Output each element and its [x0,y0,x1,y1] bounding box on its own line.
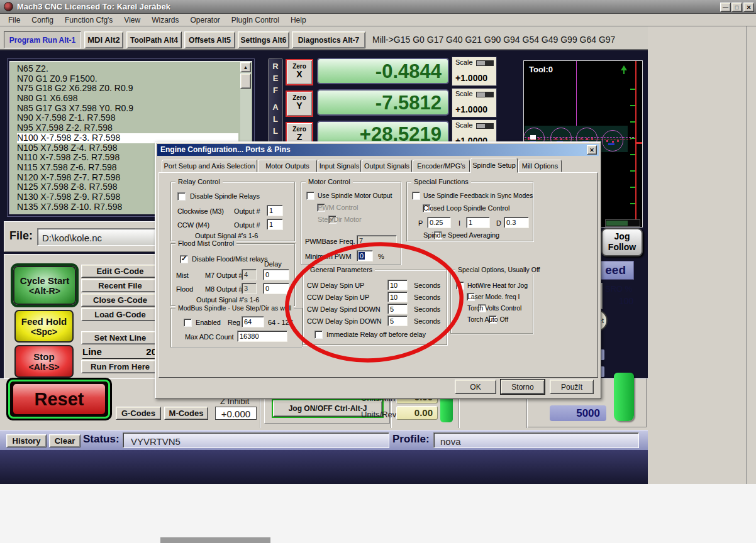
file-path-field[interactable]: D:\kod\kole.nc [37,228,155,246]
scale-slider[interactable] [476,123,494,129]
menu-operator[interactable]: Operator [185,16,226,25]
gcode-line[interactable]: N75 G18 G2 X6.298 Z0. R0.9 [17,84,238,94]
seconds-label: Seconds [414,317,440,326]
use-spindle-motor-output-checkbox[interactable] [306,192,314,200]
special-options-group: Special Options, Usually Off HotWire Hea… [450,270,533,334]
scroll-up-icon[interactable]: ▲ [240,62,251,72]
jog-scale-slider[interactable] [605,219,640,227]
dialog-tab-encoder-mpgs[interactable]: Encoder/MPG's [413,160,470,172]
recent-file-button[interactable]: Recent File [81,279,159,292]
relay-control-group: Relay Control Disable Spindle Relays Clo… [170,182,295,241]
reset-button[interactable]: Reset [13,384,105,414]
apply-button[interactable]: Použít [550,380,594,394]
cw-delay-up-field[interactable]: 10 [387,280,408,290]
mcodes-button[interactable]: M-Codes [164,407,208,420]
file-path-value: D:\kod\kole.nc [42,233,102,243]
dro-x-display[interactable]: -0.4844 [317,58,449,84]
dialog-tab-port-setup[interactable]: Port Setup and Axis Selection [162,160,257,172]
hotwire-checkbox[interactable] [456,282,464,290]
dialog-tab-input-signals[interactable]: Input Signals [318,160,361,172]
menu-plugin-control[interactable]: PlugIn Control [226,16,285,25]
dialog-tab-mill-options[interactable]: Mill Options [518,160,562,172]
load-gcode-label: Load G-Code [94,310,146,319]
ref-letter: L [269,126,282,138]
load-gcode-button[interactable]: Load G-Code [81,308,159,321]
clear-button[interactable]: Clear [49,434,81,447]
ccw-delay-up-field[interactable]: 10 [387,292,408,302]
stop-button[interactable]: Stop <Alt-S> [14,345,74,378]
spindle-indicator-bar [614,373,634,421]
titlebar[interactable]: Mach3 CNC Licensed To: Karel Jerábek — □… [0,0,756,14]
dialog-tab-spindle-setup[interactable]: Spindle Setup [470,158,518,173]
tab-diagnostics[interactable]: Diagnostics Alt-7 [292,31,365,48]
zero-x-button[interactable]: Zero X [286,59,313,85]
tab-toolpath[interactable]: ToolPath Alt4 [126,31,182,48]
dialog-titlebar[interactable]: Engine Configuration... Ports & Pins ✕ [157,144,599,156]
cancel-button[interactable]: Storno [501,380,545,394]
gcodes-button[interactable]: G-Codes [116,407,161,420]
d-field[interactable]: 0.3 [504,217,529,228]
run-control-panel: Cycle Start <Alt-R> Feed Hold <Spc> Stop… [4,254,159,381]
gcode-line[interactable]: N95 X7.598 Z-2. R7.598 [17,123,238,133]
ccw-output-field[interactable]: 1 [267,219,283,230]
reg-field[interactable]: 64 [242,316,264,327]
max-adc-field[interactable]: 16380 [237,331,287,342]
cw-delay-down-field[interactable]: 5 [387,304,408,314]
ccw-delay-down-field[interactable]: 5 [387,315,408,326]
set-next-line-button[interactable]: Set Next Line [81,331,159,344]
menu-wizards[interactable]: Wizards [146,16,184,25]
pwmbase-freq-field: 7 [357,235,397,246]
tab-settings[interactable]: Settings Alt6 [238,31,289,48]
zero-y-button[interactable]: Zero Y [286,90,313,117]
jog-follow-button[interactable]: Jog Follow [601,228,643,256]
gcodes-label: G-Codes [121,409,155,418]
immediate-relay-checkbox[interactable] [314,331,323,339]
gcode-line[interactable]: N90 X-7.598 Z-1. R7.598 [17,113,238,123]
close-gcode-button[interactable]: Close G-Code [81,293,159,307]
modbus-enabled-checkbox[interactable] [184,319,192,327]
i-field[interactable]: 1 [466,217,490,228]
feed-hold-button[interactable]: Feed Hold <Spc> [14,310,74,343]
tab-mdi[interactable]: MDI Alt2 [84,31,123,48]
maximize-icon[interactable]: □ [731,3,742,12]
ref-letter: R [269,62,282,74]
tab-offsets[interactable]: Offsets Alt5 [184,31,235,48]
dialog-close-icon[interactable]: ✕ [587,145,597,155]
mist-delay-field[interactable]: 0 [263,269,289,280]
gcode-line[interactable]: N85 G17 G3 X7.598 Y0. R0.9 [17,104,238,114]
dro-y-display[interactable]: -7.5812 [317,89,449,116]
close-gcode-label: Close G-Code [93,295,147,305]
disable-spindle-relays-checkbox[interactable] [177,192,186,200]
menu-view[interactable]: View [118,16,146,25]
tab-program-run[interactable]: Program Run Alt-1 [4,31,81,48]
run-from-here-button[interactable]: Run From Here [81,360,159,373]
spindle-feedback-checkbox[interactable] [412,192,420,200]
clockwise-output-field[interactable]: 1 [267,205,283,216]
close-icon[interactable]: ✕ [743,3,754,12]
history-button[interactable]: History [6,434,47,447]
ok-button[interactable]: OK [455,380,496,394]
scale-slider[interactable] [476,60,494,66]
menu-config[interactable]: Config [26,16,59,25]
p-field[interactable]: 0.25 [427,217,451,228]
menu-function-cfgs[interactable]: Function Cfg's [59,16,118,25]
gcode-line[interactable]: N65 Z2. [17,64,238,74]
menu-file[interactable]: File [3,16,26,25]
scale-slider[interactable] [476,92,494,97]
dialog-tab-output-signals[interactable]: Output Signals [362,160,412,172]
minimum-pwm-field[interactable]: 0 [357,250,373,261]
menubar: File Config Function Cfg's View Wizards … [0,14,756,26]
gcode-line[interactable]: N70 G1 Z0.9 F1500. [17,74,238,84]
scrollbar-thumb[interactable] [240,74,251,89]
dialog-tab-motor-outputs[interactable]: Motor Outputs [258,160,317,172]
reg-label: Reg [228,319,240,327]
ref-letter: E [269,74,282,85]
cycle-start-button[interactable]: Cycle Start <Alt-R> [13,266,76,305]
flood-delay-field[interactable]: 0 [263,283,289,294]
edit-gcode-button[interactable]: Edit G-Code [81,265,159,278]
gcode-line[interactable]: N80 G1 X6.698 [17,94,238,104]
disable-flood-mist-checkbox[interactable] [180,255,188,263]
minimize-icon[interactable]: — [720,3,731,12]
menu-help[interactable]: Help [285,16,312,25]
status-label: Status: [83,433,120,446]
